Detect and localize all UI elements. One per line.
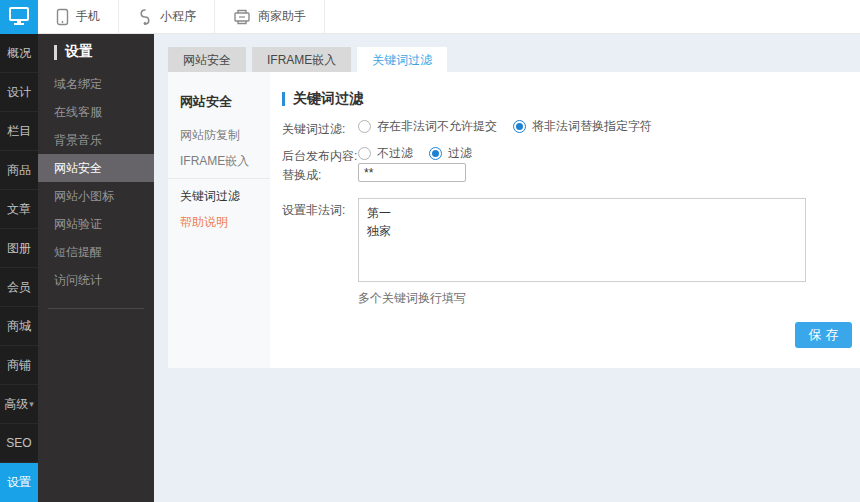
form-title: 关键词过滤 bbox=[282, 90, 363, 108]
keyword-filter-label: 关键词过滤: bbox=[282, 121, 358, 138]
radio-no-filter[interactable]: 不过滤 bbox=[358, 145, 413, 162]
radio-filter[interactable]: 过滤 bbox=[429, 145, 472, 162]
tab-keyword-filter[interactable]: 关键词过滤 bbox=[357, 47, 447, 73]
illegal-words-hint: 多个关键词换行填写 bbox=[358, 290, 466, 307]
sidebar-item-label: 商铺 bbox=[7, 357, 31, 374]
form-title-text: 关键词过滤 bbox=[293, 90, 363, 108]
illegal-words-label: 设置非法词: bbox=[282, 202, 358, 219]
radio-label: 过滤 bbox=[448, 145, 472, 162]
sidebar-item-overview[interactable]: 概况 bbox=[0, 34, 38, 73]
phone-icon bbox=[56, 8, 69, 26]
topbar-item-label: 商家助手 bbox=[258, 8, 306, 25]
subnav-item-anti-copy[interactable]: 网站防复制 bbox=[168, 122, 270, 148]
tab-iframe-embed[interactable]: IFRAME嵌入 bbox=[252, 47, 351, 73]
settings-item-site-verification[interactable]: 网站验证 bbox=[38, 210, 154, 238]
radio-reject-submit[interactable]: 存在非法词不允许提交 bbox=[358, 118, 497, 135]
title-accent-bar bbox=[282, 92, 285, 106]
sidebar-item-label: SEO bbox=[6, 436, 31, 450]
replace-with-label: 替换成: bbox=[282, 167, 358, 184]
radio-icon bbox=[358, 147, 371, 160]
settings-item-favicon[interactable]: 网站小图标 bbox=[38, 182, 154, 210]
sidebar-item-label: 商品 bbox=[7, 162, 31, 179]
sidebar-item-label: 设计 bbox=[7, 84, 31, 101]
sidebar-item-columns[interactable]: 栏目 bbox=[0, 112, 38, 151]
merchant-assistant-icon bbox=[233, 8, 251, 25]
settings-item-online-service[interactable]: 在线客服 bbox=[38, 98, 154, 126]
content-card: 网站安全 网站防复制 IFRAME嵌入 关键词过滤 帮助说明 关键词过滤 关键词… bbox=[168, 72, 860, 368]
topbar-item-label: 小程序 bbox=[160, 8, 196, 25]
sidebar-divider bbox=[48, 308, 144, 309]
desktop-monitor-icon bbox=[9, 7, 29, 28]
subnav-item-keyword-filter[interactable]: 关键词过滤 bbox=[168, 183, 270, 209]
subnav-item-iframe-embed[interactable]: IFRAME嵌入 bbox=[168, 148, 270, 174]
sidebar-item-label: 设置 bbox=[7, 474, 31, 491]
radio-icon bbox=[429, 147, 442, 160]
radio-label: 将非法词替换指定字符 bbox=[532, 118, 652, 135]
radio-icon bbox=[358, 120, 371, 133]
topbar-item-miniprogram[interactable]: 小程序 bbox=[119, 0, 215, 33]
sidebar-item-label: 概况 bbox=[7, 45, 31, 62]
settings-item-sms-reminder[interactable]: 短信提醒 bbox=[38, 238, 154, 266]
security-tabs: 网站安全 IFRAME嵌入 关键词过滤 bbox=[168, 47, 447, 73]
sidebar-item-products[interactable]: 商品 bbox=[0, 151, 38, 190]
save-button[interactable]: 保存 bbox=[795, 322, 852, 348]
chevron-down-icon: ▾ bbox=[29, 399, 34, 409]
radio-label: 不过滤 bbox=[377, 145, 413, 162]
sidebar-item-label: 图册 bbox=[7, 240, 31, 257]
sidebar-item-advanced[interactable]: 高级 ▾ bbox=[0, 385, 38, 424]
radio-icon bbox=[513, 120, 526, 133]
sidebar-item-design[interactable]: 设计 bbox=[0, 73, 38, 112]
sidebar-item-label: 会员 bbox=[7, 279, 31, 296]
topbar-item-mobile[interactable]: 手机 bbox=[38, 0, 119, 33]
sidebar-item-label: 商城 bbox=[7, 318, 31, 335]
sidebar-item-members[interactable]: 会员 bbox=[0, 268, 38, 307]
tab-site-security[interactable]: 网站安全 bbox=[168, 47, 246, 73]
sidebar-item-seo[interactable]: SEO bbox=[0, 424, 38, 463]
radio-replace-chars[interactable]: 将非法词替换指定字符 bbox=[513, 118, 652, 135]
radio-label: 存在非法词不允许提交 bbox=[377, 118, 497, 135]
secondary-sidebar: 设置 域名绑定 在线客服 背景音乐 网站安全 网站小图标 网站验证 短信提醒 访… bbox=[38, 34, 154, 502]
secondary-sidebar-title: 设置 bbox=[38, 34, 154, 70]
sidebar-item-mall[interactable]: 商城 bbox=[0, 307, 38, 346]
title-accent-bar bbox=[54, 45, 57, 60]
miniprogram-icon bbox=[137, 8, 153, 26]
subnav-panel: 网站安全 网站防复制 IFRAME嵌入 关键词过滤 帮助说明 bbox=[168, 72, 270, 368]
replace-with-input[interactable] bbox=[358, 163, 466, 182]
sidebar-item-label: 文章 bbox=[7, 201, 31, 218]
subnav-divider bbox=[168, 178, 270, 179]
backend-publish-label: 后台发布内容: bbox=[282, 148, 358, 165]
topbar: 手机 小程序 商家助手 bbox=[0, 0, 860, 34]
secondary-sidebar-title-text: 设置 bbox=[65, 43, 93, 61]
settings-item-visit-statistics[interactable]: 访问统计 bbox=[38, 266, 154, 294]
desktop-mode-button[interactable] bbox=[0, 0, 38, 34]
subnav-header: 网站安全 bbox=[168, 92, 270, 112]
sidebar-item-label: 栏目 bbox=[7, 123, 31, 140]
sidebar-item-gallery[interactable]: 图册 bbox=[0, 229, 38, 268]
sidebar-item-label: 高级 bbox=[4, 396, 28, 413]
settings-item-background-music[interactable]: 背景音乐 bbox=[38, 126, 154, 154]
illegal-words-textarea[interactable]: 第一 独家 bbox=[358, 198, 806, 282]
settings-item-domain-binding[interactable]: 域名绑定 bbox=[38, 70, 154, 98]
topbar-item-merchant-assistant[interactable]: 商家助手 bbox=[215, 0, 325, 33]
keyword-filter-options: 存在非法词不允许提交 将非法词替换指定字符 bbox=[358, 118, 652, 135]
topbar-item-label: 手机 bbox=[76, 8, 100, 25]
primary-sidebar: 概况 设计 栏目 商品 文章 图册 会员 商城 商铺 高级 ▾ SEO 设置 bbox=[0, 34, 38, 502]
sidebar-item-shop[interactable]: 商铺 bbox=[0, 346, 38, 385]
backend-publish-options: 不过滤 过滤 bbox=[358, 145, 472, 162]
settings-item-site-security[interactable]: 网站安全 bbox=[38, 154, 154, 182]
subnav-item-help[interactable]: 帮助说明 bbox=[168, 209, 270, 235]
sidebar-item-articles[interactable]: 文章 bbox=[0, 190, 38, 229]
sidebar-item-settings[interactable]: 设置 bbox=[0, 463, 38, 502]
